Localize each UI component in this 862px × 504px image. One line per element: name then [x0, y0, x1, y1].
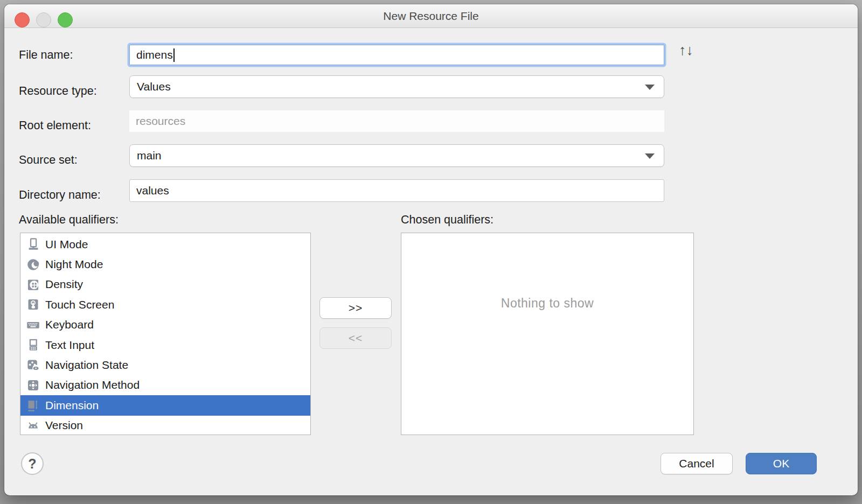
available-qualifiers-label: Available qualifiers:: [19, 213, 119, 227]
qualifier-item-label: Keyboard: [45, 318, 94, 331]
qualifier-item-label: Text Input: [45, 339, 94, 352]
density-icon: [26, 277, 40, 292]
empty-list-message: Nothing to show: [401, 296, 693, 311]
ok-button[interactable]: OK: [746, 453, 817, 474]
root-element-placeholder: resources: [136, 115, 185, 127]
dimension-icon: [26, 398, 40, 412]
qualifier-item-label: Navigation State: [45, 359, 128, 372]
help-button[interactable]: ?: [21, 452, 44, 475]
directory-name-input[interactable]: values: [129, 179, 664, 202]
remove-qualifier-button: <<: [319, 327, 392, 349]
text-caret: [173, 48, 175, 62]
qualifier-item[interactable]: Navigation Method: [20, 375, 310, 395]
qualifier-item[interactable]: Night Mode: [20, 254, 310, 274]
qualifier-item-label: Touch Screen: [45, 298, 114, 311]
text-input-icon: [26, 338, 40, 352]
qualifier-item-label: Navigation Method: [45, 379, 140, 391]
source-set-label: Source set:: [19, 153, 78, 167]
resource-type-value: Values: [137, 80, 171, 93]
chosen-qualifiers-label: Chosen qualifiers:: [401, 213, 493, 227]
ui-mode-icon: [26, 237, 40, 251]
qualifier-item-label: Night Mode: [45, 258, 103, 271]
qualifier-item[interactable]: Version: [20, 416, 310, 435]
version-icon: [26, 418, 40, 433]
file-name-label: File name:: [19, 48, 73, 62]
file-name-value: dimens: [136, 48, 173, 61]
available-qualifiers-list: UI ModeNight ModeDensityTouch ScreenKeyb…: [20, 233, 311, 435]
add-qualifier-button[interactable]: >>: [319, 297, 392, 319]
chevron-down-icon: [645, 153, 655, 159]
keyboard-icon: [26, 318, 40, 332]
qualifier-item-label: UI Mode: [45, 238, 88, 251]
qualifier-item[interactable]: Navigation State: [20, 355, 310, 375]
navigation-method-icon: [26, 378, 40, 393]
chosen-qualifiers-list: Nothing to show: [401, 233, 694, 435]
title-bar: New Resource File: [4, 4, 858, 28]
night-mode-icon: [26, 257, 40, 272]
root-element-label: Root element:: [19, 119, 91, 132]
sort-arrows-icon[interactable]: ↑↓: [679, 42, 693, 59]
cancel-button[interactable]: Cancel: [661, 453, 733, 474]
qualifier-item[interactable]: Density: [20, 275, 310, 295]
qualifier-item-label: Density: [45, 278, 83, 291]
source-set-value: main: [137, 149, 162, 162]
root-element-input[interactable]: resources: [129, 110, 664, 132]
new-resource-file-dialog: New Resource File File name: dimens ↑↓ R…: [4, 4, 858, 495]
chevron-down-icon: [645, 85, 655, 90]
directory-name-value: values: [136, 184, 169, 197]
qualifier-item[interactable]: Keyboard: [20, 315, 310, 335]
window-title: New Resource File: [4, 4, 858, 28]
qualifier-item-label: Dimension: [45, 399, 99, 412]
file-name-input[interactable]: dimens: [129, 45, 664, 65]
resource-type-label: Resource type:: [19, 85, 97, 98]
directory-name-label: Directory name:: [19, 188, 101, 202]
qualifier-item[interactable]: Dimension: [20, 395, 310, 415]
navigation-state-icon: [26, 358, 40, 373]
qualifier-item[interactable]: UI Mode: [20, 234, 310, 254]
qualifier-item-label: Version: [45, 419, 83, 432]
qualifier-item[interactable]: Text Input: [20, 335, 310, 355]
qualifier-item[interactable]: Touch Screen: [20, 295, 310, 314]
resource-type-dropdown[interactable]: Values: [129, 75, 664, 98]
source-set-dropdown[interactable]: main: [129, 144, 664, 167]
touch-screen-icon: [26, 297, 40, 312]
